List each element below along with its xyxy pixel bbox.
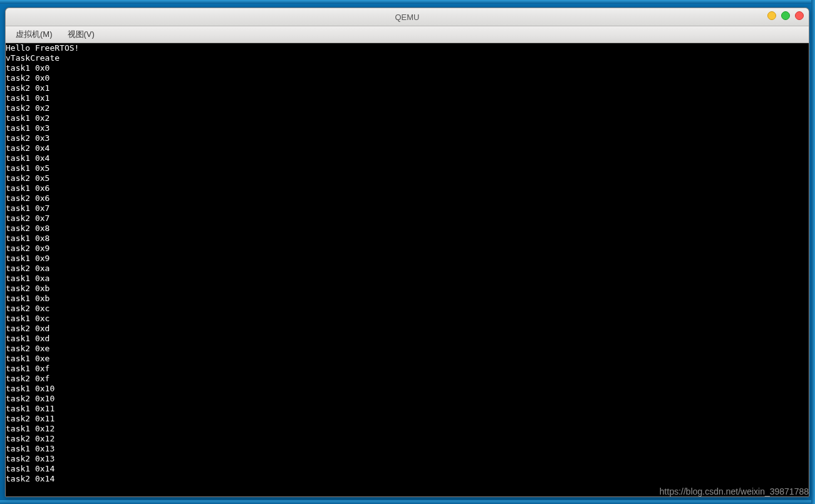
terminal-line: task2 0x6 bbox=[6, 193, 809, 203]
terminal-line: task1 0x0 bbox=[6, 63, 809, 73]
minimize-button[interactable] bbox=[767, 11, 776, 20]
terminal-line: task1 0x4 bbox=[6, 153, 809, 163]
terminal-line: task2 0x13 bbox=[6, 454, 809, 464]
terminal-line: task2 0x1 bbox=[6, 83, 809, 93]
terminal-line: task2 0xd bbox=[6, 324, 809, 334]
terminal-line: task1 0x10 bbox=[6, 384, 809, 394]
terminal-line: vTaskCreate bbox=[6, 53, 809, 63]
desktop-border bbox=[811, 0, 815, 504]
desktop-background: QEMU 虚拟机(M) 视图(V) Hello FreeRTOS!vTaskCr… bbox=[0, 0, 815, 504]
titlebar[interactable]: QEMU bbox=[6, 8, 809, 26]
terminal-line: task2 0xf bbox=[6, 374, 809, 384]
terminal-line: task2 0x4 bbox=[6, 143, 809, 153]
menubar: 虚拟机(M) 视图(V) bbox=[6, 26, 809, 43]
terminal-line: task1 0x9 bbox=[6, 254, 809, 264]
desktop-border bbox=[0, 0, 815, 4]
terminal-line: task1 0x7 bbox=[6, 203, 809, 213]
window-title: QEMU bbox=[395, 13, 420, 22]
menu-view[interactable]: 视图(V) bbox=[61, 28, 101, 41]
terminal-line: task2 0x14 bbox=[6, 474, 809, 484]
terminal-line: task2 0x5 bbox=[6, 173, 809, 183]
terminal-line: task1 0x11 bbox=[6, 404, 809, 414]
terminal-line: task2 0x12 bbox=[6, 434, 809, 444]
terminal-line: task2 0xe bbox=[6, 344, 809, 354]
terminal-line: task1 0x8 bbox=[6, 234, 809, 244]
terminal-line: task2 0x3 bbox=[6, 133, 809, 143]
terminal-line: task2 0x11 bbox=[6, 414, 809, 424]
terminal-line: task1 0x3 bbox=[6, 123, 809, 133]
terminal-line: task1 0x6 bbox=[6, 183, 809, 193]
terminal-line: task1 0xb bbox=[6, 294, 809, 304]
qemu-window: QEMU 虚拟机(M) 视图(V) Hello FreeRTOS!vTaskCr… bbox=[5, 8, 809, 497]
terminal-line: task2 0xa bbox=[6, 264, 809, 274]
terminal-line: task1 0xf bbox=[6, 364, 809, 374]
terminal-line: task2 0x0 bbox=[6, 73, 809, 83]
terminal-line: task1 0x5 bbox=[6, 163, 809, 173]
terminal-line: task2 0xc bbox=[6, 304, 809, 314]
menu-vm[interactable]: 虚拟机(M) bbox=[9, 28, 59, 41]
terminal-line: task2 0x9 bbox=[6, 244, 809, 254]
terminal-line: task2 0x8 bbox=[6, 224, 809, 234]
terminal-output[interactable]: Hello FreeRTOS!vTaskCreatetask1 0x0task2… bbox=[6, 43, 809, 496]
window-controls bbox=[767, 11, 804, 20]
close-button[interactable] bbox=[795, 11, 804, 20]
terminal-line: task1 0xd bbox=[6, 334, 809, 344]
terminal-line: task2 0x7 bbox=[6, 213, 809, 224]
terminal-line: Hello FreeRTOS! bbox=[6, 43, 809, 53]
terminal-line: task2 0x2 bbox=[6, 103, 809, 113]
terminal-line: task1 0xc bbox=[6, 314, 809, 324]
desktop-border bbox=[0, 500, 815, 504]
terminal-line: task1 0x12 bbox=[6, 424, 809, 434]
terminal-line: task2 0xb bbox=[6, 284, 809, 294]
maximize-button[interactable] bbox=[781, 11, 790, 20]
terminal-line: task1 0x1 bbox=[6, 93, 809, 103]
terminal-line: task1 0x14 bbox=[6, 464, 809, 474]
terminal-line: task1 0x2 bbox=[6, 113, 809, 123]
terminal-line: task1 0xa bbox=[6, 274, 809, 284]
terminal-line: task2 0x10 bbox=[6, 394, 809, 404]
terminal-line: task1 0xe bbox=[6, 354, 809, 364]
terminal-line: task1 0x13 bbox=[6, 444, 809, 454]
